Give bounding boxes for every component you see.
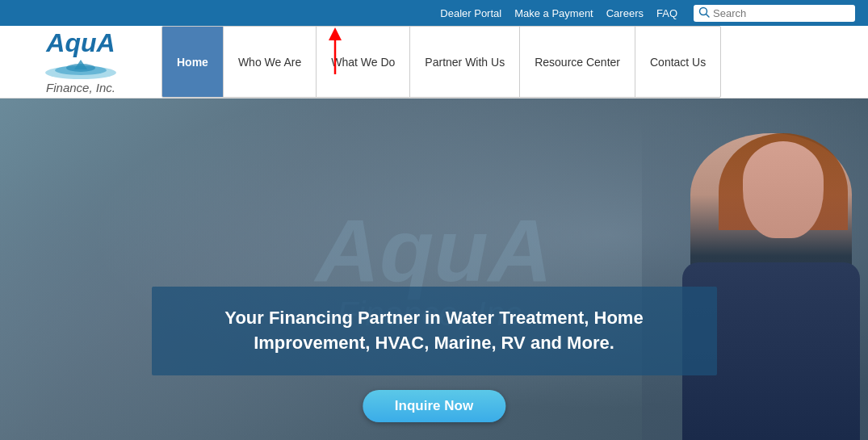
search-input[interactable] xyxy=(713,7,842,19)
make-payment-link[interactable]: Make a Payment xyxy=(514,7,593,19)
logo-droplet-icon xyxy=(40,58,121,81)
nav-item-resource-center[interactable]: Resource Center xyxy=(520,27,635,97)
nav-item-contact-us[interactable]: Contact Us xyxy=(635,27,720,97)
hero-person-face xyxy=(743,141,824,238)
nav-item-what-we-do[interactable]: What We Do xyxy=(317,27,410,97)
hero-tagline-text: Your Financing Partner in Water Treatmen… xyxy=(184,306,685,356)
top-bar: Dealer Portal Make a Payment Careers FAQ xyxy=(0,0,868,26)
main-nav: Home Who We Are What We Do Partner With … xyxy=(161,26,721,98)
nav-item-home[interactable]: Home xyxy=(162,27,224,97)
faq-link[interactable]: FAQ xyxy=(656,7,677,19)
svg-line-1 xyxy=(707,14,710,17)
search-icon xyxy=(698,6,710,20)
header: AquA Finance, Inc. Home Who We Are What … xyxy=(0,26,868,98)
search-container xyxy=(694,5,855,22)
logo-area: AquA Finance, Inc. xyxy=(16,29,161,94)
nav-item-partner-with-us[interactable]: Partner With Us xyxy=(410,27,520,97)
nav-item-who-we-are[interactable]: Who We Are xyxy=(224,27,317,97)
inquire-now-button[interactable]: Inquire Now xyxy=(363,390,505,422)
inquire-btn-wrap: Inquire Now xyxy=(363,390,505,422)
hero-section: AquA Finance, Inc. Your Financing Partne… xyxy=(0,98,868,440)
hero-tagline-box: Your Financing Partner in Water Treatmen… xyxy=(152,287,717,375)
logo-finance-text: Finance, Inc. xyxy=(46,81,115,94)
logo-aqua-text: AquA xyxy=(46,29,115,57)
dealer-portal-link[interactable]: Dealer Portal xyxy=(440,7,501,19)
top-bar-links: Dealer Portal Make a Payment Careers FAQ xyxy=(440,7,677,19)
hero-person xyxy=(642,117,868,440)
careers-link[interactable]: Careers xyxy=(606,7,644,19)
